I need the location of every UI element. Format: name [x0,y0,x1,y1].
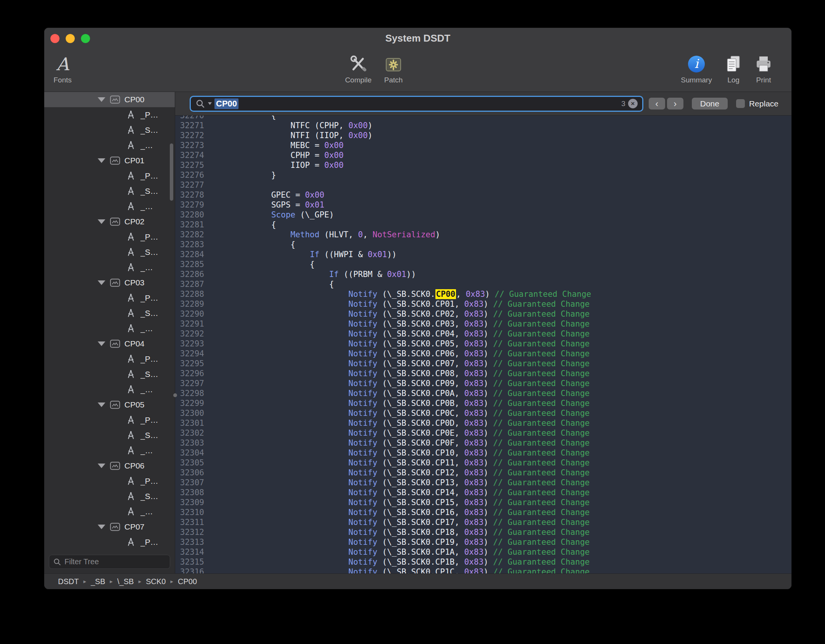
code-line[interactable]: 32278 GPEC = 0x00 [175,190,791,200]
find-next-button[interactable]: › [667,98,683,109]
replace-checkbox[interactable] [736,99,745,108]
sidebar-scrollbar[interactable] [170,143,173,201]
tree-subitem[interactable]: _P… [44,290,175,306]
code-line[interactable]: 32308 Notify (\_SB.SCK0.CP14, 0x83) // G… [175,488,791,497]
code-line[interactable]: 32275 IIOP = 0x00 [175,160,791,170]
search-options-chevron-icon[interactable] [208,102,212,105]
tree-subitem[interactable]: _P… [44,351,175,367]
tree-item-cp07[interactable]: CP07 [44,519,175,535]
search-query-text[interactable]: CP00 [214,98,238,109]
tree-item-cp03[interactable]: CP03 [44,275,175,290]
code-line[interactable]: 32280 Scope (\_GPE) [175,210,791,220]
disclosure-triangle-icon[interactable] [98,464,105,468]
code-line[interactable]: 32271 NTFC (CPHP, 0x00) [175,121,791,130]
code-line[interactable]: 32295 Notify (\_SB.SCK0.CP07, 0x83) // G… [175,359,791,369]
tree-subitem[interactable]: _P… [44,535,175,550]
code-line[interactable]: 32313 Notify (\_SB.SCK0.CP19, 0x83) // G… [175,537,791,547]
code-line[interactable]: 32311 Notify (\_SB.SCK0.CP17, 0x83) // G… [175,517,791,527]
code-line[interactable]: 32300 Notify (\_SB.SCK0.CP0C, 0x83) // G… [175,408,791,418]
close-button[interactable] [50,34,60,43]
code-line[interactable]: 32284 If ((HWPI & 0x01)) [175,250,791,259]
zoom-button[interactable] [81,34,90,43]
find-previous-button[interactable]: ‹ [649,98,665,109]
tree-subitem[interactable]: _… [44,199,175,214]
tree-subitem[interactable]: _… [44,504,175,519]
code-line[interactable]: 32315 Notify (\_SB.SCK0.CP1B, 0x83) // G… [175,557,791,567]
tree-subitem[interactable]: _… [44,260,175,275]
code-line[interactable]: 32290 Notify (\_SB.SCK0.CP02, 0x83) // G… [175,309,791,319]
code-line[interactable]: 32292 Notify (\_SB.SCK0.CP04, 0x83) // G… [175,329,791,339]
code-line[interactable]: 32286 If ((PRBM & 0x01)) [175,269,791,279]
tree-subitem[interactable]: _S… [44,245,175,260]
tree-subitem[interactable]: _S… [44,122,175,138]
tree-subitem[interactable]: _… [44,382,175,397]
code-line[interactable]: 32297 Notify (\_SB.SCK0.CP09, 0x83) // G… [175,378,791,388]
tree-subitem[interactable]: _P… [44,168,175,184]
disclosure-triangle-icon[interactable] [98,219,105,224]
code-line[interactable]: 32309 Notify (\_SB.SCK0.CP15, 0x83) // G… [175,497,791,507]
tree-subitem[interactable]: _P… [44,412,175,428]
code-line[interactable]: 32279 SGPS = 0x01 [175,200,791,210]
disclosure-triangle-icon[interactable] [98,341,105,346]
splitter-handle[interactable] [173,393,177,397]
tree-subitem[interactable]: _S… [44,367,175,382]
code-line[interactable]: 32303 Notify (\_SB.SCK0.CP0F, 0x83) // G… [175,438,791,448]
tree-item-cp05[interactable]: CP05 [44,397,175,412]
code-line[interactable]: 32282 Method (HLVT, 0, NotSerialized) [175,230,791,240]
breadcrumb-item[interactable]: SCK0 [146,577,166,586]
code-line[interactable]: 32270 { [175,116,791,121]
tree-subitem[interactable]: _P… [44,229,175,245]
code-line[interactable]: 32285 { [175,259,791,269]
tree-subitem[interactable]: _P… [44,473,175,489]
breadcrumb-item[interactable]: _SB [91,577,105,586]
code-line[interactable]: 32288 Notify (\_SB.SCK0.CP00, 0x83) // G… [175,289,791,299]
tree-item-cp06[interactable]: CP06 [44,458,175,473]
disclosure-triangle-icon[interactable] [98,525,105,529]
code-line[interactable]: 32301 Notify (\_SB.SCK0.CP0D, 0x83) // G… [175,418,791,428]
code-line[interactable]: 32277 [175,180,791,190]
code-line[interactable]: 32281 { [175,220,791,230]
code-line[interactable]: 32274 CPHP = 0x00 [175,150,791,160]
breadcrumb-item[interactable]: CP00 [178,577,197,586]
code-line[interactable]: 32276 } [175,170,791,180]
minimize-button[interactable] [66,34,75,43]
breadcrumb-item[interactable]: \_SB [117,577,134,586]
done-button[interactable]: Done [692,98,728,109]
code-line[interactable]: 32298 Notify (\_SB.SCK0.CP0A, 0x83) // G… [175,388,791,398]
code-line[interactable]: 32306 Notify (\_SB.SCK0.CP12, 0x83) // G… [175,468,791,478]
tree-subitem[interactable]: _S… [44,428,175,443]
tree-subitem[interactable]: _… [44,138,175,153]
code-line[interactable]: 32283 { [175,240,791,250]
tree-subitem[interactable]: _S… [44,306,175,321]
code-line[interactable]: 32305 Notify (\_SB.SCK0.CP11, 0x83) // G… [175,458,791,468]
disclosure-triangle-icon[interactable] [98,402,105,407]
code-line[interactable]: 32299 Notify (\_SB.SCK0.CP0B, 0x83) // G… [175,398,791,408]
disclosure-triangle-icon[interactable] [98,280,105,285]
fonts-button[interactable]: A Fonts [44,53,87,84]
code-line[interactable]: 32312 Notify (\_SB.SCK0.CP18, 0x83) // G… [175,527,791,537]
filter-tree-input[interactable] [64,557,166,566]
code-editor[interactable]: 32270 {32271 NTFC (CPHP, 0x00)32272 NTFI… [175,116,791,573]
disclosure-triangle-icon[interactable] [98,97,105,102]
code-line[interactable]: 32304 Notify (\_SB.SCK0.CP10, 0x83) // G… [175,448,791,458]
code-line[interactable]: 32314 Notify (\_SB.SCK0.CP1A, 0x83) // G… [175,547,791,557]
tree-item-cp01[interactable]: CP01 [44,153,175,168]
code-line[interactable]: 32289 Notify (\_SB.SCK0.CP01, 0x83) // G… [175,299,791,309]
disclosure-triangle-icon[interactable] [98,158,105,163]
code-line[interactable]: 32307 Notify (\_SB.SCK0.CP13, 0x83) // G… [175,478,791,488]
code-line[interactable]: 32296 Notify (\_SB.SCK0.CP08, 0x83) // G… [175,369,791,378]
print-button[interactable]: Print [739,53,788,84]
code-line[interactable]: 32310 Notify (\_SB.SCK0.CP16, 0x83) // G… [175,507,791,517]
code-line[interactable]: 32293 Notify (\_SB.SCK0.CP05, 0x83) // G… [175,339,791,349]
code-line[interactable]: 32273 MEBC = 0x00 [175,140,791,150]
code-line[interactable]: 32291 Notify (\_SB.SCK0.CP03, 0x83) // G… [175,319,791,329]
tree-subitem[interactable]: _… [44,321,175,336]
tree-item-cp00[interactable]: CP00 [44,92,175,107]
filter-tree-field[interactable] [49,555,170,569]
patch-button[interactable]: Patch [369,53,418,84]
tree-subitem[interactable]: _… [44,443,175,458]
clear-search-icon[interactable]: × [628,99,638,108]
title-bar[interactable]: System DSDT [44,28,791,49]
tree-item-cp02[interactable]: CP02 [44,214,175,229]
tree-subitem[interactable]: _S… [44,489,175,504]
